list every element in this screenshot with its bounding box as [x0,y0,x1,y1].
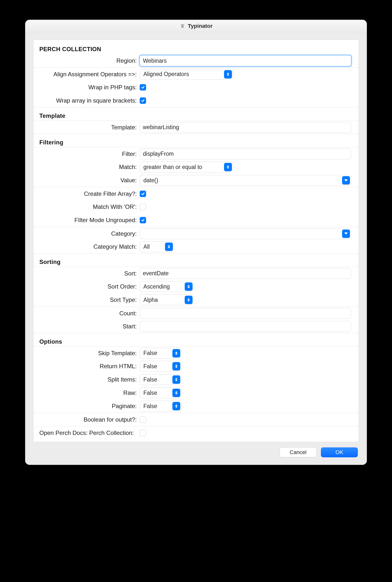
sort-order-select[interactable]: Ascending [140,281,194,292]
brackets-label: Wrap array in square brackets: [39,97,140,104]
app-icon [180,23,186,29]
updown-icon [165,242,173,251]
cancel-button[interactable]: Cancel [280,448,316,457]
panel-wrap: Perch Collection Region: Align Assignmen… [25,32,367,448]
updown-icon [224,163,232,171]
section-filtering: Filtering [39,139,63,146]
sort-input[interactable] [140,268,351,279]
match-value: greater than or equal to [143,164,202,170]
chevron-down-icon [342,230,350,238]
return-label: Return HTML: [39,363,140,370]
create-array-label: Create Filter Array?: [39,190,140,197]
dialog-window: Typinator Perch Collection Region: Align… [25,20,367,465]
template-label: Template: [39,124,140,131]
php-label: Wrap in PHP tags: [39,84,140,91]
boolean-checkbox[interactable] [140,416,146,423]
sort-type-label: Sort Type: [39,296,140,303]
footer: Cancel OK [25,448,367,465]
raw-label: Raw: [39,390,140,396]
sort-order-label: Sort Order: [39,283,140,290]
form-panel: Perch Collection Region: Align Assignmen… [33,40,359,442]
brackets-checkbox[interactable] [140,98,146,104]
start-input[interactable] [140,321,351,332]
section-collection: Perch Collection [39,46,353,53]
match-or-label: Match With 'OR': [39,204,140,210]
updown-icon [185,296,192,304]
form: Perch Collection Region: Align Assignmen… [34,40,358,442]
ok-label: OK [336,449,343,456]
docs-checkbox[interactable] [140,430,146,436]
sort-type-select[interactable]: Alpha [140,294,194,305]
section-template: Template [39,112,66,119]
return-select[interactable]: False [140,361,182,372]
updown-icon [172,402,180,410]
template-input[interactable] [140,122,351,133]
titlebar: Typinator [25,20,367,32]
region-input[interactable] [140,55,351,66]
raw-value: False [143,390,157,396]
category-combo[interactable] [140,228,351,239]
align-value: Aligned Operators [143,71,189,78]
align-label: Align Assignment Operators =>: [39,71,140,78]
updown-icon [172,362,180,370]
value-text: date() [143,177,158,184]
window-title: Typinator [188,23,213,29]
skip-select[interactable]: False [140,348,182,359]
docs-label: Open Perch Docs: Perch Collection: [39,430,137,436]
sort-order-value: Ascending [143,283,170,290]
split-value: False [143,376,157,383]
match-label: Match: [39,164,140,170]
cancel-label: Cancel [290,449,306,456]
region-label: Region: [39,57,140,64]
value-combo[interactable]: date() [140,175,351,186]
paginate-label: Paginate: [39,403,140,410]
paginate-select[interactable]: False [140,401,182,412]
ok-button[interactable]: OK [321,448,358,457]
filter-label: Filter: [39,150,140,158]
updown-icon [172,389,180,397]
updown-icon [185,282,192,291]
updown-icon [172,349,180,358]
category-match-value: All [143,244,150,250]
updown-icon [224,70,232,78]
return-value: False [143,363,157,370]
php-checkbox[interactable] [140,84,146,90]
category-label: Category: [39,230,140,237]
category-match-select[interactable]: All [140,241,174,252]
count-input[interactable] [140,308,351,319]
ungrouped-label: FIlter Mode Ungrouped: [39,217,140,224]
skip-label: Skip Template: [39,350,140,357]
updown-icon [172,375,180,384]
create-array-checkbox[interactable] [140,191,146,197]
match-or-checkbox[interactable] [140,204,146,210]
split-label: Split Items: [39,376,140,383]
category-match-label: Category Match: [39,243,140,250]
boolean-label: Boolean for output?: [39,416,140,423]
raw-select[interactable]: False [140,388,182,398]
split-select[interactable]: False [140,374,182,385]
align-select[interactable]: Aligned Operators [140,69,233,80]
value-label: Value: [39,177,140,184]
filter-input[interactable] [140,148,351,160]
chevron-down-icon [342,176,350,184]
paginate-value: False [143,403,157,410]
match-select[interactable]: greater than or equal to [140,162,233,172]
skip-value: False [143,350,157,356]
sort-type-value: Alpha [143,297,158,303]
sort-label: Sort: [39,270,140,277]
section-sorting: Sorting [39,258,60,266]
start-label: Start: [39,323,140,330]
count-label: Count: [39,310,140,317]
section-options: Options [39,338,62,345]
ungrouped-checkbox[interactable] [140,217,146,223]
